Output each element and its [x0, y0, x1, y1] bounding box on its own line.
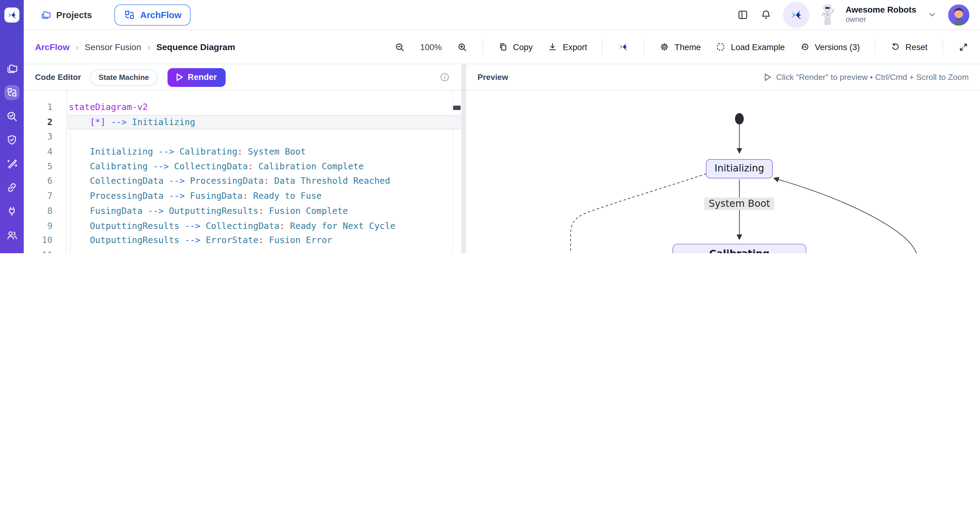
code-lines: 1stateDiagram-v22 [*] --> Initializing34… [24, 100, 461, 253]
code-text: CollectingData --> ProcessingData: Data … [66, 174, 461, 189]
toolbar-divider [602, 39, 603, 54]
diagram-mode-badge[interactable]: State Machine [90, 69, 158, 85]
search-check-icon [6, 110, 18, 123]
sidebar [0, 0, 24, 253]
expand-icon [958, 41, 969, 52]
breadcrumb-archflow[interactable]: ArcFlow [35, 42, 70, 52]
ai-action-button[interactable] [618, 41, 629, 53]
render-button[interactable]: Render [168, 68, 226, 87]
copy-label: Copy [513, 42, 533, 52]
bell-icon [760, 9, 772, 21]
code-line[interactable]: 2 [*] --> Initializing [24, 115, 461, 130]
line-number: 1 [24, 100, 66, 115]
user-info: Awesome Robots owner [846, 5, 916, 25]
subbar: ArcFlow › Sensor Fusion › Sequence Diagr… [24, 30, 980, 65]
code-text: stateDiagram-v2 [66, 100, 461, 115]
toolbar-divider [644, 39, 644, 54]
app-window: Projects ArchFlow [0, 0, 980, 253]
code-text: OutputtingResults --> CollectingData: Re… [66, 218, 461, 233]
theme-label: Theme [675, 42, 701, 52]
zoom-out-button[interactable] [395, 41, 405, 52]
code-line[interactable]: 11 [24, 248, 461, 253]
editor-pane: Code Editor State Machine Render [24, 65, 461, 253]
ai-assistant-button[interactable] [783, 2, 809, 28]
zoom-level: 100% [420, 42, 442, 52]
fullscreen-button[interactable] [958, 41, 969, 52]
gear-icon [660, 42, 670, 52]
play-outline-icon [764, 73, 772, 81]
preview-hint: Click "Render" to preview • Ctrl/Cmd + S… [764, 73, 969, 82]
workspace: Code Editor State Machine Render [24, 65, 980, 253]
toolbar-divider [482, 39, 483, 54]
preview-pane: Preview Click "Render" to preview • Ctrl… [466, 65, 980, 253]
code-line[interactable]: 3 [24, 130, 461, 144]
sidebar-item-review[interactable] [4, 109, 19, 124]
sidebar-item-security[interactable] [4, 132, 19, 147]
code-line[interactable]: 1stateDiagram-v2 [24, 100, 461, 115]
user-name: Awesome Robots [846, 5, 916, 15]
line-number: 3 [24, 130, 66, 144]
user-menu-button[interactable] [928, 10, 937, 20]
edge-label-system-boot: System Boot [704, 198, 775, 210]
breadcrumb-project[interactable]: Sensor Fusion [85, 42, 141, 52]
ai-sparkle-logo-icon [618, 41, 629, 53]
archflow-label: ArchFlow [140, 10, 181, 20]
user-role: owner [846, 15, 916, 25]
load-example-button[interactable]: Load Example [716, 42, 784, 52]
export-button[interactable]: Export [548, 42, 587, 52]
code-line[interactable]: 6 CollectingData --> ProcessingData: Dat… [24, 174, 461, 189]
sidebar-item-team[interactable] [4, 228, 19, 243]
main-column: Projects ArchFlow [24, 0, 980, 253]
app-logo-icon [6, 10, 18, 21]
archflow-app-button[interactable]: ArchFlow [115, 4, 191, 25]
app-logo[interactable] [4, 7, 19, 22]
reset-button[interactable]: Reset [891, 42, 928, 52]
code-line[interactable]: 9 OutputtingResults --> CollectingData: … [24, 218, 461, 233]
layout-panel-button[interactable] [737, 9, 749, 21]
editor-title: Code Editor [35, 73, 81, 82]
user-avatar[interactable] [948, 4, 969, 25]
link-icon [6, 181, 18, 194]
state-initializing[interactable]: Initializing [706, 159, 773, 178]
preview-header: Preview Click "Render" to preview • Ctrl… [466, 65, 980, 91]
robot-mascot-image [821, 3, 834, 26]
code-text [66, 248, 461, 253]
zoom-out-icon [395, 41, 405, 52]
sidebar-item-links[interactable] [4, 180, 19, 195]
info-icon [439, 72, 450, 83]
theme-button[interactable]: Theme [660, 42, 701, 52]
editor-info-button[interactable] [439, 72, 450, 83]
sidebar-item-projects[interactable] [4, 61, 19, 76]
shield-check-icon [6, 134, 18, 146]
line-number: 10 [24, 233, 66, 248]
code-line[interactable]: 7 ProcessingData --> FusingData: Ready t… [24, 189, 461, 204]
code-editor[interactable]: 1stateDiagram-v22 [*] --> Initializing34… [24, 91, 461, 253]
toolbar-divider [875, 39, 875, 54]
code-text: ProcessingData --> FusingData: Ready to … [66, 189, 461, 204]
code-text [66, 130, 461, 144]
versions-button[interactable]: Versions (3) [800, 42, 859, 52]
reset-label: Reset [905, 42, 928, 52]
history-icon [800, 42, 810, 52]
line-number: 6 [24, 174, 66, 189]
initial-state-dot [735, 113, 744, 124]
ai-sparkle-logo-icon [789, 8, 803, 22]
zoom-in-button[interactable] [457, 41, 468, 52]
code-line[interactable]: 10 OutputtingResults --> ErrorState: Fus… [24, 233, 461, 248]
editor-header: Code Editor State Machine Render [24, 65, 461, 91]
diagram-canvas[interactable]: Calibrating [466, 91, 980, 253]
preview-hint-text: Click "Render" to preview • Ctrl/Cmd + S… [776, 73, 969, 82]
copy-button[interactable]: Copy [498, 42, 533, 52]
code-line[interactable]: 4 Initializing --> Calibrating: System B… [24, 144, 461, 159]
code-line[interactable]: 5 Calibrating --> CollectingData: Calibr… [24, 159, 461, 174]
sidebar-item-archflow[interactable] [4, 85, 19, 100]
code-line[interactable]: 8 FusingData --> OutputtingResults: Fusi… [24, 204, 461, 218]
pane-splitter[interactable] [461, 65, 466, 253]
sidebar-item-plugins[interactable] [4, 204, 19, 219]
plug-icon [6, 205, 18, 218]
projects-button[interactable]: Projects [40, 9, 92, 20]
sidebar-item-magic[interactable] [4, 156, 19, 171]
notifications-button[interactable] [760, 9, 772, 21]
sidebar-item-chat[interactable] [4, 251, 19, 253]
projects-label: Projects [56, 10, 92, 20]
